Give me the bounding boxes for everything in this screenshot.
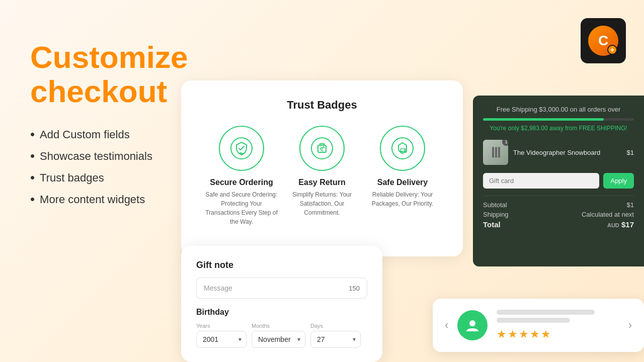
gift-note-title: Gift note [196, 260, 367, 270]
return-desc: Simplify Returns: Your Satisfaction, Our… [284, 190, 360, 217]
secure-title: Secure Ordering [210, 178, 273, 187]
svg-rect-8 [495, 147, 497, 158]
feature-item: More content widgets [30, 192, 191, 207]
badge-secure: Secure Ordering Safe and Secure Ordering… [204, 126, 279, 226]
product-price: $1 [627, 149, 634, 156]
badges-row: Secure Ordering Safe and Secure Ordering… [201, 126, 443, 226]
delivery-icon [380, 126, 425, 171]
months-label: Months [252, 323, 305, 329]
product-thumbnail: 1 [483, 140, 508, 165]
years-wrapper[interactable]: 2001 [196, 331, 247, 348]
feature-item: Trust badges [30, 170, 191, 186]
prev-arrow-button[interactable]: ‹ [445, 319, 448, 332]
title-line2: checkout [30, 74, 167, 109]
years-group: Years 2001 [196, 323, 247, 348]
shipping-banner: Free Shipping $3,000.00 on all orders ov… [483, 106, 634, 113]
right-section: Trust Badges Secure Ordering Safe and Se… [181, 0, 644, 362]
delivery-desc: Reliable Delivery: Your Packages, Our Pr… [365, 190, 440, 208]
trust-badges-card: Trust Badges Secure Ordering Safe and Se… [181, 80, 463, 256]
shipping-row: Shipping Calculated at next [483, 211, 634, 218]
free-shipping-bar [483, 118, 634, 121]
message-placeholder: Message [204, 284, 232, 292]
feature-item: Showcase testimonials [30, 148, 191, 164]
days-group: Days 27 [310, 323, 361, 348]
product-row: 1 The Videographer Snowboard $1 [483, 140, 634, 165]
totals: Subtotal $1 Shipping Calculated at next … [483, 196, 634, 229]
checkout-panel: Free Shipping $3,000.00 on all orders ov… [473, 96, 644, 266]
testimonial-avatar [457, 310, 488, 340]
free-shipping-progress [483, 118, 604, 121]
birthday-selects: Years 2001 Months November Days [196, 323, 367, 348]
return-icon [299, 126, 345, 171]
return-title: Easy Return [298, 178, 345, 187]
svg-point-10 [469, 320, 475, 326]
months-group: Months November [252, 323, 305, 348]
feature-item: Add Custom fields [30, 127, 191, 142]
months-wrapper[interactable]: November [252, 331, 305, 348]
shipping-note: You're only $2,983.00 away from FREE SHI… [483, 125, 634, 132]
days-wrapper[interactable]: 27 [310, 331, 361, 348]
gift-card-input[interactable] [483, 173, 599, 189]
svg-point-5 [401, 151, 403, 153]
testimonial-line [497, 318, 570, 323]
gift-card-row: Apply [483, 173, 634, 189]
trust-badges-title: Trust Badges [201, 99, 443, 112]
avatar-icon [464, 317, 480, 333]
svg-point-1 [311, 138, 333, 159]
testimonial-content: ★★★★★ [497, 310, 619, 341]
badge-delivery: Safe Delivery Reliable Delivery: Your Pa… [365, 126, 440, 226]
title-line1: Customize [30, 40, 188, 74]
days-select[interactable]: 27 [310, 331, 361, 348]
months-select[interactable]: November [252, 331, 305, 348]
birthday-label: Birthday [196, 308, 367, 317]
years-select[interactable]: 2001 [196, 331, 247, 348]
years-label: Years [196, 323, 247, 329]
svg-point-3 [392, 138, 413, 159]
subtotal-row: Subtotal $1 [483, 201, 634, 209]
message-box[interactable]: Message 150 [196, 278, 367, 299]
message-count: 150 [349, 285, 360, 292]
testimonial-line [497, 310, 595, 315]
delivery-title: Safe Delivery [377, 178, 428, 187]
left-section: Customize checkout Add Custom fields Sho… [30, 40, 191, 207]
next-arrow-button[interactable]: › [628, 319, 632, 332]
feature-list: Add Custom fields Showcase testimonials … [30, 127, 191, 207]
gift-note-card: Gift note Message 150 Birthday Years 200… [181, 246, 382, 362]
star-rating: ★★★★★ [497, 328, 619, 341]
total-row: Total AUD $17 [483, 220, 634, 229]
apply-button[interactable]: Apply [603, 173, 634, 189]
secure-desc: Safe and Secure Ordering: Protecting You… [204, 190, 279, 226]
svg-rect-7 [492, 147, 494, 158]
days-label: Days [310, 323, 361, 329]
product-name: The Videographer Snowboard [513, 149, 622, 156]
svg-rect-9 [498, 147, 500, 158]
secure-icon [219, 126, 264, 171]
main-title: Customize checkout [30, 40, 191, 109]
testimonial-card: ‹ ★★★★★ › [433, 299, 644, 352]
badge-return: Easy Return Simplify Returns: Your Satis… [284, 126, 360, 226]
testimonial-lines [497, 310, 619, 323]
